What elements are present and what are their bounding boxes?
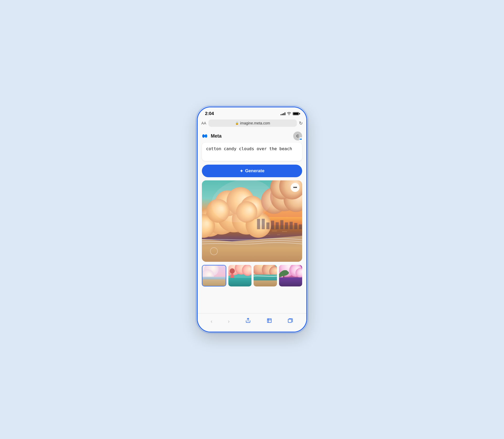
signal-icon bbox=[281, 112, 285, 115]
share-button[interactable] bbox=[242, 316, 254, 326]
svg-rect-3 bbox=[288, 319, 292, 323]
phone-frame: 2:04 AA 🔒 imagine.me bbox=[197, 107, 307, 332]
app-header: Meta C bbox=[198, 129, 306, 143]
status-time: 2:04 bbox=[205, 111, 214, 116]
browser-aa-button[interactable]: AA bbox=[201, 121, 206, 125]
thumbnail-4-canvas bbox=[279, 265, 302, 286]
meta-logo: Meta bbox=[202, 133, 222, 139]
forward-button[interactable]: › bbox=[225, 317, 233, 326]
prompt-container: cotton candy clouds over the beach bbox=[198, 143, 306, 165]
tabs-button[interactable] bbox=[284, 316, 296, 326]
thumbnail-3-canvas bbox=[254, 265, 277, 286]
browser-refresh-button[interactable]: ↻ bbox=[299, 121, 303, 126]
sparkle-icon: ✦ bbox=[240, 169, 243, 174]
more-options-icon: ••• bbox=[293, 185, 297, 190]
status-icons bbox=[281, 112, 299, 116]
user-avatar-button[interactable]: C bbox=[293, 132, 302, 140]
thumbnail-4[interactable] bbox=[279, 265, 302, 286]
more-options-button[interactable]: ••• bbox=[291, 183, 300, 192]
generate-button[interactable]: ✦ Generate bbox=[202, 165, 302, 177]
meta-logo-icon bbox=[202, 134, 209, 138]
lock-icon: 🔒 bbox=[235, 122, 239, 125]
thumbnails-row bbox=[198, 265, 306, 290]
browser-bottom-nav: ‹ › bbox=[198, 313, 306, 332]
browser-url-text: imagine.meta.com bbox=[240, 121, 270, 125]
thumbnail-1[interactable] bbox=[202, 265, 226, 286]
back-button[interactable]: ‹ bbox=[207, 317, 216, 326]
status-bar: 2:04 bbox=[198, 107, 306, 118]
main-image: ••• bbox=[202, 180, 302, 262]
prompt-input[interactable]: cotton candy clouds over the beach bbox=[202, 143, 302, 161]
bookmarks-button[interactable] bbox=[263, 316, 275, 326]
meta-logo-text: Meta bbox=[211, 133, 222, 139]
browser-bar: AA 🔒 imagine.meta.com ↻ bbox=[198, 118, 306, 129]
thumbnail-2-canvas bbox=[228, 265, 252, 286]
thumbnail-3[interactable] bbox=[254, 265, 277, 286]
app-content: Meta C bbox=[198, 129, 306, 313]
generate-button-label: Generate bbox=[245, 168, 265, 174]
thumbnail-2[interactable] bbox=[228, 265, 252, 286]
main-image-canvas bbox=[202, 180, 302, 262]
wifi-icon bbox=[287, 112, 291, 116]
battery-icon bbox=[293, 112, 299, 115]
avatar-initials: C bbox=[296, 134, 299, 138]
browser-url-bar[interactable]: 🔒 imagine.meta.com bbox=[208, 119, 297, 127]
avatar-meta-badge bbox=[299, 137, 303, 141]
thumbnail-1-canvas bbox=[202, 265, 226, 286]
